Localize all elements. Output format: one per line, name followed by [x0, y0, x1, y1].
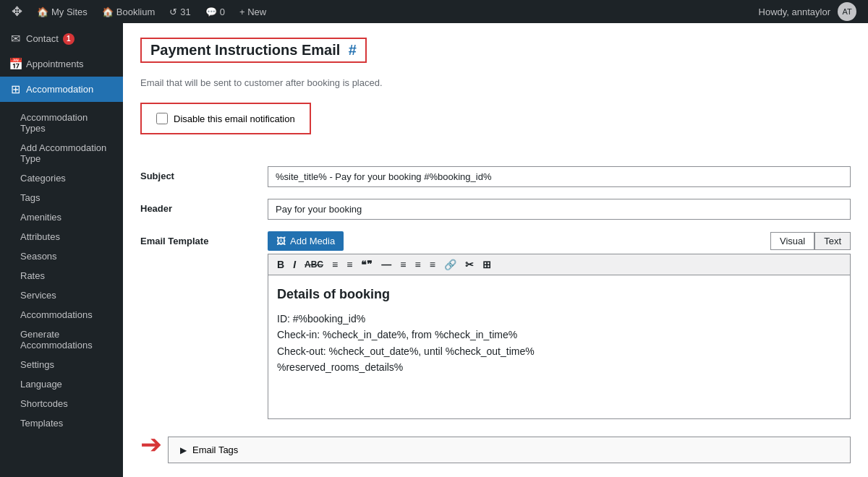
- main-content: Payment Instructions Email # Email that …: [123, 23, 868, 477]
- site-icon: 🏠: [102, 7, 114, 17]
- sidebar-item-shortcodes[interactable]: Shortcodes: [0, 394, 123, 413]
- unordered-list-button[interactable]: ≡: [329, 257, 341, 272]
- visual-tab[interactable]: Visual: [770, 232, 814, 250]
- editor-view-tabs: Visual Text: [770, 232, 851, 250]
- editor-line-4: %reserved_rooms_details%: [277, 359, 841, 375]
- sidebar: ✉ Contact 1 📅 Appointments ⊞ Accommodati…: [0, 23, 123, 477]
- header-input[interactable]: [268, 199, 851, 220]
- sidebar-item-accommodation[interactable]: ⊞ Accommodation: [0, 77, 123, 102]
- page-title: Payment Instructions Email #: [150, 42, 357, 59]
- align-right-button[interactable]: ≡: [427, 257, 438, 272]
- table-button[interactable]: ⊞: [480, 257, 494, 272]
- page-subtitle: Email that will be sent to customer afte…: [140, 77, 851, 88]
- sidebar-item-appointments[interactable]: 📅 Appointments: [0, 51, 123, 77]
- blockquote-button[interactable]: ❝❞: [358, 257, 375, 272]
- subject-row: Subject: [140, 166, 851, 187]
- disable-notification-box: Disable this email notification: [140, 103, 311, 134]
- sidebar-item-settings[interactable]: Settings: [0, 355, 123, 374]
- comments-link[interactable]: 💬 0: [200, 0, 231, 23]
- add-media-icon: 🖼: [276, 236, 286, 246]
- wp-logo-icon[interactable]: ✥: [6, 0, 28, 23]
- email-tags-label: Email Tags: [192, 444, 238, 455]
- updates-link[interactable]: ↺ 31: [163, 0, 196, 23]
- hr-button[interactable]: —: [378, 257, 394, 272]
- text-tab[interactable]: Text: [814, 232, 851, 250]
- sidebar-item-accommodation-types[interactable]: Accommodation Types: [0, 108, 123, 138]
- header-label: Header: [140, 199, 256, 214]
- home-icon: 🏠: [37, 7, 48, 17]
- my-sites-link[interactable]: 🏠 My Sites: [31, 0, 93, 23]
- page-title-hash: #: [349, 42, 357, 58]
- format-bar: B I ABC ≡ ≡ ❝❞ — ≡ ≡ ≡ 🔗 ✂ ⊞: [268, 254, 851, 275]
- sidebar-item-rates[interactable]: Rates: [0, 266, 123, 285]
- new-item-link[interactable]: + New: [234, 0, 272, 23]
- sidebar-item-tags[interactable]: Tags: [0, 188, 123, 207]
- calendar-icon: 📅: [9, 57, 22, 71]
- editor-line-1: ID: #%booking_id%: [277, 311, 841, 327]
- italic-button[interactable]: I: [290, 257, 299, 272]
- sidebar-item-amenities[interactable]: Amenities: [0, 207, 123, 227]
- email-tags-container: ➔ ▶ Email Tags: [140, 425, 851, 463]
- admin-bar: ✥ 🏠 My Sites 🏠 Booklium ↺ 31 💬 0 + New H…: [0, 0, 868, 23]
- contact-badge: 1: [63, 33, 75, 45]
- red-arrow-icon: ➔: [140, 429, 162, 460]
- editor-line-3: Check-out: %check_out_date%, until %chec…: [277, 343, 841, 359]
- comment-icon: 💬: [205, 7, 217, 17]
- accommodation-submenu: Accommodation Types Add Accommodation Ty…: [0, 105, 123, 436]
- add-media-button[interactable]: 🖼 Add Media: [268, 231, 344, 251]
- avatar: AT: [838, 2, 856, 21]
- bold-button[interactable]: B: [274, 257, 287, 272]
- sidebar-item-seasons[interactable]: Seasons: [0, 246, 123, 266]
- email-template-row: Email Template 🖼 Add Media Visual Text: [140, 231, 851, 419]
- page-title-box: Payment Instructions Email #: [140, 38, 367, 63]
- refresh-icon: ↺: [169, 7, 177, 17]
- header-row: Header: [140, 199, 851, 220]
- booklium-link[interactable]: 🏠 Booklium: [96, 0, 161, 23]
- align-center-button[interactable]: ≡: [412, 257, 424, 272]
- sidebar-item-accommodations[interactable]: Accommodations: [0, 305, 123, 325]
- ordered-list-button[interactable]: ≡: [344, 257, 355, 272]
- sidebar-item-contact[interactable]: ✉ Contact 1: [0, 26, 123, 51]
- editor-line-2: Check-in: %check_in_date%, from %check_i…: [277, 327, 841, 343]
- sidebar-item-add-accommodation-type[interactable]: Add Accommodation Type: [0, 138, 123, 168]
- arrow-annotation: ➔: [140, 429, 168, 460]
- template-editor: 🖼 Add Media Visual Text B I ABC ≡: [268, 231, 851, 419]
- subject-label: Subject: [140, 166, 256, 181]
- strikethrough-button[interactable]: ABC: [302, 258, 326, 271]
- sidebar-item-attributes[interactable]: Attributes: [0, 227, 123, 246]
- sidebar-item-generate-accommodations[interactable]: Generate Accommodations: [0, 325, 123, 355]
- email-template-label: Email Template: [140, 231, 256, 246]
- sidebar-item-language[interactable]: Language: [0, 374, 123, 394]
- email-tags-bar[interactable]: ▶ Email Tags: [168, 437, 851, 463]
- align-left-button[interactable]: ≡: [397, 257, 409, 272]
- expand-arrow-icon: ▶: [180, 445, 187, 455]
- howdy-user[interactable]: Howdy, anntaylor AT: [753, 0, 862, 23]
- link-button[interactable]: 🔗: [441, 257, 459, 272]
- subject-input[interactable]: [268, 166, 851, 187]
- sidebar-item-services[interactable]: Services: [0, 285, 123, 305]
- unlink-button[interactable]: ✂: [462, 257, 477, 272]
- grid-icon: ⊞: [9, 82, 22, 96]
- sidebar-item-templates[interactable]: Templates: [0, 413, 123, 433]
- sidebar-item-categories[interactable]: Categories: [0, 168, 123, 188]
- disable-notification-checkbox[interactable]: [156, 113, 168, 124]
- disable-notification-label: Disable this email notification: [174, 113, 295, 124]
- editor-content-area[interactable]: Details of booking ID: #%booking_id% Che…: [268, 275, 851, 419]
- mail-icon: ✉: [9, 32, 22, 46]
- editor-heading: Details of booking: [277, 284, 841, 305]
